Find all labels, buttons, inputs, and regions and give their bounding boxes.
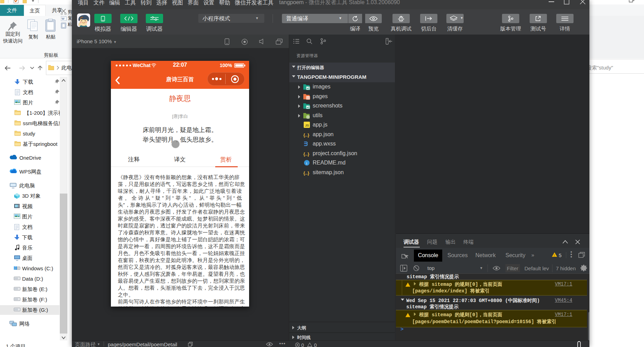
svg-text:i: i xyxy=(306,161,307,165)
svg-text:{..}: {..} xyxy=(303,151,309,157)
svg-text:{..}: {..} xyxy=(303,170,309,176)
svg-text:!: ! xyxy=(554,254,555,257)
svg-text:<>: <> xyxy=(307,97,310,99)
svg-text:{..}: {..} xyxy=(303,132,309,138)
svg-text:W: W xyxy=(61,17,65,20)
svg-text:JS: JS xyxy=(305,124,309,127)
svg-text:ᗱ: ᗱ xyxy=(304,141,308,147)
